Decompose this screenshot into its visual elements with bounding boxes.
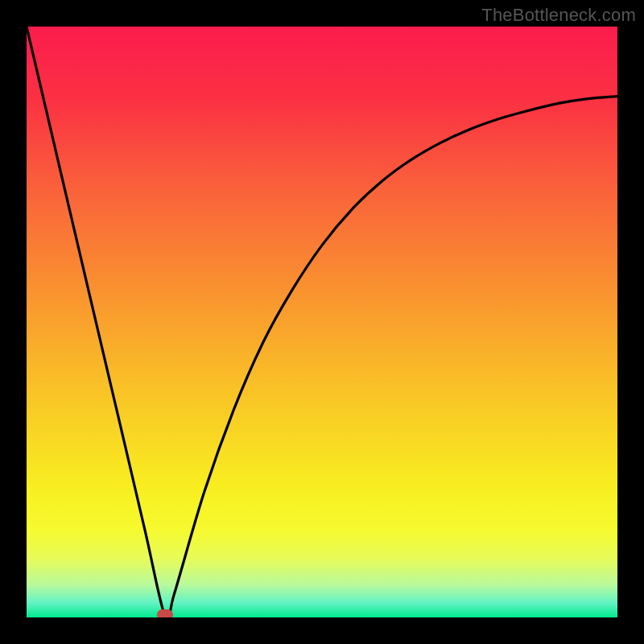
chart-frame: TheBottleneck.com bbox=[0, 0, 644, 644]
plot-area bbox=[27, 27, 617, 617]
optimal-marker bbox=[157, 609, 173, 617]
watermark-text: TheBottleneck.com bbox=[481, 5, 636, 26]
bottleneck-curve bbox=[27, 27, 617, 617]
